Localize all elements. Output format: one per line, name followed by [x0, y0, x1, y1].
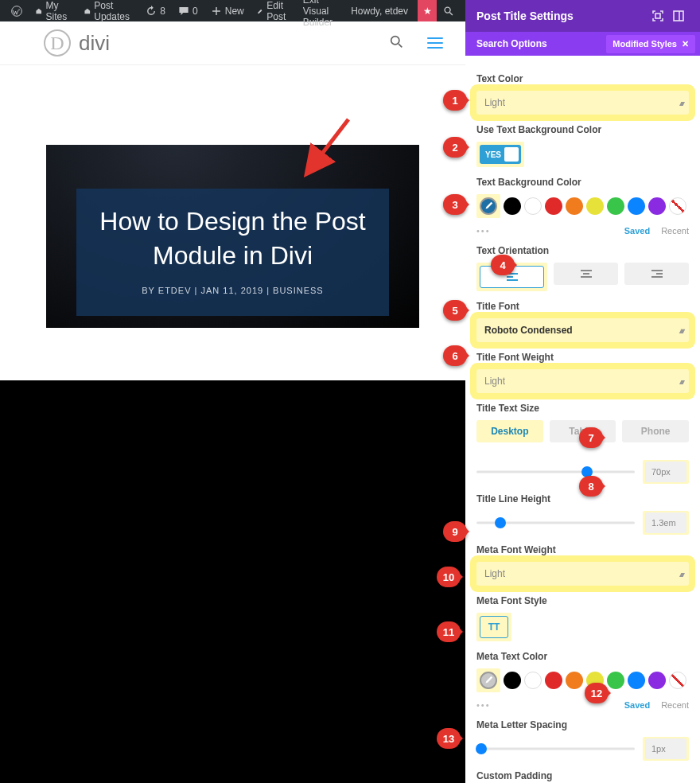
label-meta-color: Meta Text Color	[476, 651, 689, 662]
site-search-icon[interactable]	[390, 35, 403, 52]
tab-phone[interactable]: Phone	[622, 420, 689, 442]
more-dots-icon[interactable]: •••	[476, 226, 613, 236]
wp-admin-bar: My Sites Post Updates 8 0 New Edit Post …	[0, 0, 465, 21]
recent-tab[interactable]: Recent	[661, 700, 689, 710]
expand-icon[interactable]	[648, 6, 668, 26]
align-center-button[interactable]	[554, 263, 618, 285]
value-title-size[interactable]: 70px	[645, 462, 686, 482]
svg-point-1	[445, 7, 450, 13]
post-updates-link[interactable]: Post Updates	[77, 0, 140, 21]
search-options-label[interactable]: Search Options	[476, 38, 547, 49]
color-picker-icon[interactable]	[480, 672, 497, 689]
value-meta-spacing[interactable]: 1px	[645, 738, 686, 759]
more-dots-icon[interactable]: •••	[476, 700, 613, 710]
color-swatch[interactable]	[648, 197, 666, 215]
updates-link[interactable]: 8	[139, 0, 172, 21]
label-title-size: Title Text Size	[476, 403, 689, 414]
logo-text: divi	[79, 31, 110, 56]
modified-styles-badge[interactable]: Modified Styles✕	[606, 35, 695, 53]
color-swatch[interactable]	[607, 672, 624, 689]
label-padding: Custom Padding	[476, 770, 689, 781]
value-title-lh[interactable]: 1.3em	[645, 512, 686, 533]
color-swatch[interactable]	[545, 197, 562, 215]
color-swatch[interactable]	[669, 197, 686, 215]
label-title-font: Title Font	[476, 301, 689, 312]
color-picker-icon[interactable]	[480, 197, 497, 215]
value-title-weight: Light	[484, 376, 505, 387]
exit-vb-link[interactable]: Exit Visual Builder	[297, 0, 343, 21]
chevron-down-icon: ▴▾	[679, 377, 682, 386]
color-swatch[interactable]	[586, 197, 604, 215]
search-admin-icon[interactable]	[437, 0, 461, 21]
color-swatch[interactable]	[586, 672, 604, 689]
comments-link[interactable]: 0	[172, 0, 204, 21]
site-header: D divi	[0, 21, 465, 65]
button-meta-style-tt[interactable]: TT	[480, 616, 508, 638]
select-title-font[interactable]: Roboto Condensed▴▾	[476, 318, 689, 342]
color-swatch[interactable]	[628, 197, 645, 215]
my-sites-link[interactable]: My Sites	[29, 0, 77, 21]
select-meta-weight[interactable]: Light▴▾	[476, 562, 689, 586]
post-title-module[interactable]: How to Design the Post Module in Divi BY…	[76, 189, 389, 316]
wp-logo[interactable]	[5, 0, 29, 21]
color-swatch[interactable]	[524, 672, 542, 689]
howdy-link[interactable]: Howdy, etdev	[344, 0, 414, 21]
label-meta-weight: Meta Font Weight	[476, 544, 689, 555]
chevron-down-icon: ▴▾	[679, 326, 682, 335]
label-bg-color: Text Background Color	[476, 177, 689, 188]
badge-label: Modified Styles	[612, 39, 677, 49]
color-swatch[interactable]	[648, 672, 666, 689]
slider-title-lh[interactable]	[476, 516, 635, 530]
field-title-lh: Title Line Height 1.3em	[476, 493, 689, 535]
page-preview: My Sites Post Updates 8 0 New Edit Post …	[0, 0, 465, 783]
align-right-button[interactable]	[624, 263, 689, 285]
label-text-color: Text Color	[476, 73, 689, 84]
color-swatch[interactable]	[628, 672, 645, 689]
my-sites-label: My Sites	[45, 0, 70, 22]
color-swatch[interactable]	[504, 672, 521, 689]
panel-subheader: Search Options Modified Styles✕	[465, 32, 700, 56]
field-meta-style: Meta Font Style TT	[476, 595, 689, 641]
align-left-button[interactable]	[480, 266, 544, 288]
color-swatch[interactable]	[524, 197, 542, 215]
color-swatch[interactable]	[566, 672, 583, 689]
select-title-weight[interactable]: Light▴▾	[476, 369, 689, 393]
select-text-color[interactable]: Light▴▾	[476, 91, 689, 115]
post-updates-label: Post Updates	[94, 0, 133, 22]
tab-desktop[interactable]: Desktop	[476, 420, 543, 442]
slider-title-size[interactable]	[476, 465, 635, 479]
label-meta-spacing: Meta Letter Spacing	[476, 719, 689, 730]
edit-post-link[interactable]: Edit Post	[251, 0, 297, 21]
comments-count: 0	[192, 6, 198, 17]
field-title-font: Title Font Roboto Condensed▴▾	[476, 301, 689, 342]
svg-rect-4	[674, 11, 683, 21]
recent-tab[interactable]: Recent	[661, 226, 689, 236]
color-swatch[interactable]	[504, 197, 521, 215]
swatches-bg-color	[476, 194, 689, 218]
site-logo[interactable]: D divi	[44, 29, 110, 56]
saved-tab[interactable]: Saved	[624, 226, 650, 236]
snap-icon[interactable]	[668, 6, 689, 26]
post-meta: BY ETDEV | JAN 11, 2019 | BUSINESS	[84, 286, 381, 295]
field-title-weight: Title Font Weight Light▴▾	[476, 352, 689, 393]
favorite-icon[interactable]: ★	[418, 0, 437, 21]
new-link[interactable]: New	[204, 0, 251, 21]
post-preview-stage: How to Design the Post Module in Divi BY…	[0, 65, 465, 380]
hamburger-menu-icon[interactable]	[427, 37, 443, 49]
toggle-use-bg[interactable]: YES	[480, 145, 521, 164]
chevron-down-icon: ▴▾	[679, 570, 682, 578]
post-title: How to Design the Post Module in Divi	[84, 205, 381, 273]
settings-panel: Post Title Settings Search Options Modif…	[465, 0, 700, 783]
field-text-color: Text Color Light▴▾	[476, 73, 689, 115]
color-swatch[interactable]	[607, 197, 624, 215]
color-swatch[interactable]	[566, 197, 583, 215]
color-swatch[interactable]	[669, 672, 686, 689]
value-text-color: Light	[484, 97, 505, 108]
slider-meta-spacing[interactable]	[476, 742, 635, 756]
tab-tablet[interactable]: Tablet	[550, 420, 616, 442]
color-swatch[interactable]	[545, 672, 562, 689]
featured-image[interactable]: How to Design the Post Module in Divi BY…	[46, 145, 419, 328]
close-icon[interactable]: ✕	[682, 39, 689, 49]
saved-tab[interactable]: Saved	[624, 700, 650, 710]
label-meta-style: Meta Font Style	[476, 595, 689, 606]
